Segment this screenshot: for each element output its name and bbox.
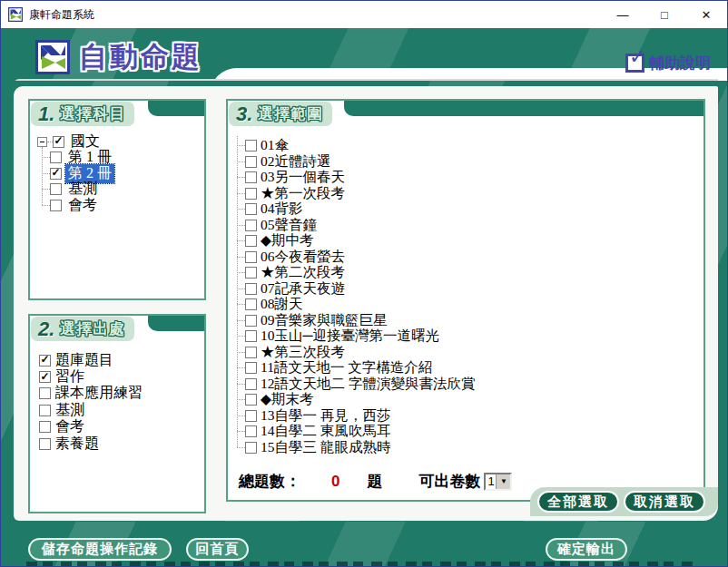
tree-root-row: ✓ 國文 xyxy=(37,133,204,150)
paper-count-label: 可出卷數 xyxy=(418,471,480,492)
check-icon: ✓ xyxy=(40,371,49,382)
select-all-button[interactable]: 全部選取 xyxy=(537,491,619,513)
window-title: 康軒命題系統 xyxy=(29,7,94,23)
section1-title: 選擇科目 xyxy=(60,103,125,124)
checkbox-icon[interactable] xyxy=(245,251,257,263)
source-item-row: ✓習作 xyxy=(39,368,204,385)
checkbox-icon[interactable] xyxy=(50,200,62,211)
checkbox-icon[interactable] xyxy=(245,140,257,152)
range-item-row: 07記承天夜遊 xyxy=(237,281,703,298)
clipped-scrolling-text xyxy=(26,562,696,567)
source-item-row: 素養題 xyxy=(39,435,204,452)
minimize-button[interactable]: — xyxy=(602,1,644,28)
kangxuan-logo-icon xyxy=(35,40,70,74)
checkbox-icon[interactable]: ✓ xyxy=(39,355,51,367)
total-count-value: 0 xyxy=(331,473,339,491)
banner-bar xyxy=(148,101,204,116)
checkbox-icon[interactable]: ✓ xyxy=(50,168,62,180)
checkbox-icon[interactable] xyxy=(39,421,51,433)
source-item-row: 課本應用練習 xyxy=(39,386,204,402)
section3-number: 3. xyxy=(236,103,252,126)
checkbox-icon[interactable] xyxy=(245,442,257,454)
checkbox-icon[interactable] xyxy=(245,171,257,183)
checkbox-icon[interactable] xyxy=(50,152,62,163)
checkbox-icon[interactable] xyxy=(39,438,51,450)
section2-banner: 2. 選擇出處 xyxy=(31,317,134,341)
checkbox-icon[interactable] xyxy=(245,362,257,374)
help-label: 輔助說明 xyxy=(649,53,711,73)
check-icon: ✓ xyxy=(51,167,60,178)
app-logo-icon xyxy=(8,7,23,22)
panel-select-source: 2. 選擇出處 ✓題庫題目✓習作課本應用練習基測會考素養題 xyxy=(28,314,206,513)
source-item-row: 基測 xyxy=(39,402,204,418)
checkbox-icon[interactable] xyxy=(245,330,257,342)
app-window: 康軒命題系統 — □ ✕ 自動命題 ✓ 輔助說明 1. xyxy=(0,0,728,567)
checkbox-icon[interactable] xyxy=(245,425,257,437)
check-icon: ✓ xyxy=(40,354,49,365)
checkbox-icon[interactable] xyxy=(245,267,257,279)
checkbox-icon[interactable] xyxy=(245,188,257,200)
section1-banner: 1. 選擇科目 xyxy=(31,102,134,126)
help-link[interactable]: ✓ 輔助說明 xyxy=(625,53,711,73)
brand: 自動命題 xyxy=(35,38,202,76)
checkbox-icon[interactable] xyxy=(245,315,257,327)
chevron-down-icon[interactable]: ▼ xyxy=(496,474,510,489)
home-button[interactable]: 回首頁 xyxy=(186,538,249,561)
checkbox-icon[interactable] xyxy=(50,183,62,195)
summary-row: 總題數： 0 題 可出卷數 1 ▼ xyxy=(239,471,512,492)
title-bar: 康軒命題系統 — □ ✕ xyxy=(1,1,727,28)
tree-collapse-icon[interactable] xyxy=(37,137,47,147)
checkbox-icon[interactable] xyxy=(245,203,257,215)
section2-number: 2. xyxy=(38,318,54,341)
paper-count-value: 1 xyxy=(486,474,496,489)
checkbox-icon[interactable] xyxy=(39,405,51,416)
total-count-label: 總題數： xyxy=(239,471,300,492)
checkbox-icon[interactable] xyxy=(245,235,257,247)
window-controls: — □ ✕ xyxy=(602,1,727,28)
checkbox-icon[interactable] xyxy=(245,378,257,390)
deselect-all-button[interactable]: 取消選取 xyxy=(624,491,705,513)
paper-count-dropdown[interactable]: 1 ▼ xyxy=(484,473,512,491)
checkbox-icon[interactable] xyxy=(245,220,257,231)
maximize-button[interactable]: □ xyxy=(644,1,685,28)
tree-item-row: 會考 xyxy=(42,198,204,214)
checkbox-icon[interactable]: ✓ xyxy=(53,136,64,148)
checkbox-icon[interactable] xyxy=(245,156,257,168)
section3-title: 選擇範圍 xyxy=(258,103,323,124)
banner-bar xyxy=(344,101,703,116)
banner-bar xyxy=(148,316,204,331)
checkbox-icon[interactable] xyxy=(245,347,257,358)
help-check-icon: ✓ xyxy=(625,54,644,73)
section1-number: 1. xyxy=(38,103,54,126)
source-item-label[interactable]: 素養題 xyxy=(55,435,99,454)
section3-banner: 3. 選擇範圍 xyxy=(229,102,332,126)
save-record-button[interactable]: 儲存命題操作記錄 xyxy=(28,538,172,561)
checkbox-icon[interactable] xyxy=(245,410,257,422)
tree-children: 第 1 冊✓第 2 冊基測會考 xyxy=(42,150,204,213)
checkbox-icon[interactable] xyxy=(39,387,51,399)
tree-item-label[interactable]: 會考 xyxy=(65,196,100,215)
range-list: 01傘02近體詩選03另一個春天★第一次段考04背影05聲音鐘◆期中考06今夜看… xyxy=(237,138,703,455)
total-count-unit: 題 xyxy=(367,471,382,492)
checkbox-icon[interactable] xyxy=(245,394,257,406)
panel-select-subject: 1. 選擇科目 ✓ 國文 第 1 冊✓第 2 冊基測會考 xyxy=(28,99,206,300)
range-item-row: ★第一次段考 xyxy=(237,186,703,202)
section2-title: 選擇出處 xyxy=(60,318,125,339)
source-item-row: ✓題庫題目 xyxy=(39,352,204,368)
confirm-output-button[interactable]: 確定輸出 xyxy=(546,538,627,561)
checkbox-icon[interactable] xyxy=(245,283,257,295)
source-item-row: 會考 xyxy=(39,419,204,435)
range-item-label[interactable]: 15自學三 龍眼成熟時 xyxy=(261,438,390,457)
checkbox-icon[interactable]: ✓ xyxy=(39,371,51,383)
range-item-row: 15自學三 龍眼成熟時 xyxy=(237,440,703,456)
checkbox-icon[interactable] xyxy=(245,298,257,310)
panel-select-range: 3. 選擇範圍 01傘02近體詩選03另一個春天★第一次段考04背影05聲音鐘◆… xyxy=(226,99,705,502)
page-title: 自動命題 xyxy=(79,38,202,76)
close-button[interactable]: ✕ xyxy=(685,1,727,28)
